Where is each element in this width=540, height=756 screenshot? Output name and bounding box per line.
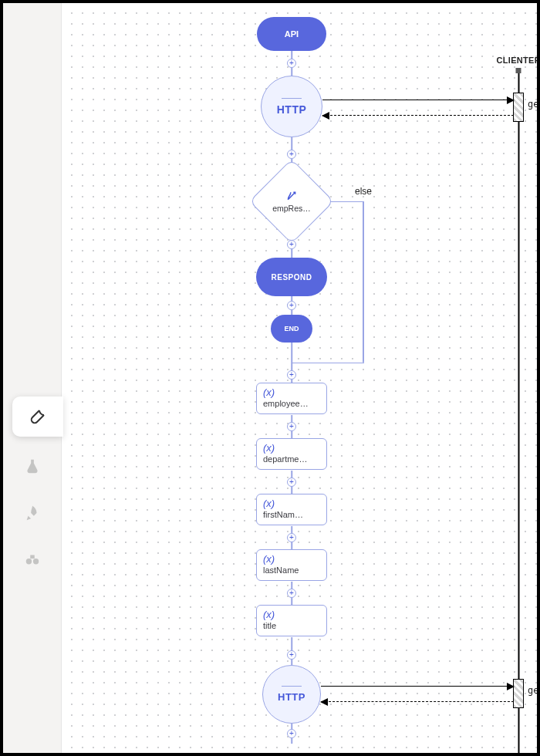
variable-icon: (x) [263, 554, 320, 564]
add-node-button[interactable]: + [287, 370, 296, 380]
node-label: HTTP [277, 103, 307, 116]
variable-node[interactable]: (x) employee… [256, 383, 327, 414]
activation-bar [513, 679, 524, 708]
node-label: empRes… [272, 204, 311, 213]
variable-icon: (x) [263, 609, 320, 619]
start-node-api[interactable]: API [257, 17, 326, 51]
message-label: get [528, 685, 540, 696]
http-node[interactable]: HTTP [261, 76, 322, 137]
svg-rect-2 [30, 555, 35, 559]
else-connector [363, 201, 364, 363]
node-decoration [282, 98, 302, 99]
binoculars-icon[interactable] [24, 551, 41, 568]
variable-node[interactable]: (x) lastName [256, 549, 327, 581]
variable-icon: (x) [263, 443, 320, 453]
activation-bar [513, 93, 524, 122]
add-node-button[interactable]: + [287, 533, 296, 542]
variable-node[interactable]: (x) title [256, 605, 327, 636]
add-node-button[interactable]: + [287, 240, 296, 249]
http-node[interactable]: HTTP [262, 665, 321, 724]
message-arrow [322, 100, 514, 100]
add-node-button[interactable]: + [287, 59, 296, 68]
node-label: title [263, 621, 320, 630]
add-node-button[interactable]: + [287, 589, 296, 598]
variable-icon: (x) [263, 387, 320, 397]
respond-node[interactable]: RESPOND [256, 258, 327, 296]
node-label: employee… [263, 399, 320, 408]
lifeline-line [518, 68, 520, 753]
else-connector [292, 363, 364, 363]
sidebar-active-tab[interactable] [12, 397, 63, 437]
node-label: firstNam… [263, 510, 320, 519]
node-label: lastName [263, 565, 320, 575]
node-label: HTTP [278, 691, 305, 703]
arrange-icon [29, 407, 47, 426]
add-node-button[interactable]: + [287, 729, 296, 738]
rocket-icon[interactable] [24, 505, 41, 521]
sidebar-icon-list [3, 458, 62, 568]
variable-node[interactable]: (x) firstNam… [256, 494, 327, 525]
app-frame: CLIENTEP get get else + + + [0, 0, 540, 756]
message-arrow [321, 686, 514, 687]
add-node-button[interactable]: + [287, 650, 296, 660]
else-label: else [355, 186, 372, 197]
flask-icon[interactable] [24, 458, 41, 475]
node-label: RESPOND [272, 273, 312, 282]
add-node-button[interactable]: + [287, 478, 296, 487]
add-node-button[interactable]: + [287, 422, 296, 431]
svg-point-1 [33, 559, 39, 564]
sidebar [3, 3, 62, 753]
node-label: API [285, 29, 299, 39]
svg-point-0 [26, 559, 32, 564]
end-node[interactable]: END [271, 315, 312, 343]
add-node-button[interactable]: + [287, 150, 296, 159]
node-decoration [282, 686, 302, 687]
message-return-arrow [321, 701, 514, 702]
variable-node[interactable]: (x) departme… [256, 438, 327, 470]
node-label: END [284, 325, 299, 332]
variable-icon: (x) [263, 498, 320, 508]
message-label: get [528, 99, 540, 110]
lifeline-label: CLIENTEP [494, 56, 540, 65]
lifeline-clientep[interactable]: CLIENTEP [494, 42, 540, 753]
branch-icon [286, 191, 297, 201]
diagram-canvas[interactable]: CLIENTEP get get else + + + [62, 3, 537, 753]
decision-node[interactable]: empRes… [262, 171, 322, 231]
flow-column: + + + + + + + + + + + API [114, 3, 469, 63]
node-label: departme… [263, 454, 320, 464]
message-return-arrow [322, 115, 514, 116]
add-node-button[interactable]: + [287, 301, 296, 310]
